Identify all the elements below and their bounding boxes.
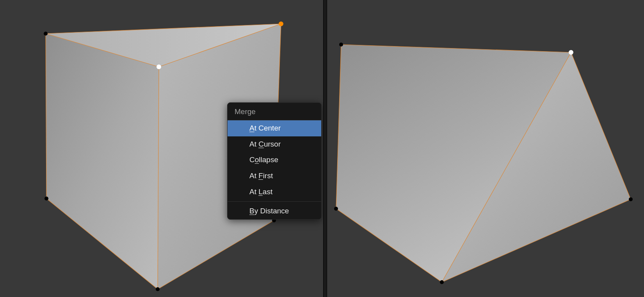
menu-separator — [228, 201, 321, 202]
viewport-left[interactable]: Merge At Center At Cursor Collapse At Fi… — [0, 0, 323, 297]
menu-text: t Center — [254, 124, 281, 132]
menu-mnemonic: C — [258, 140, 264, 148]
menu-title: Merge — [228, 103, 321, 120]
menu-text: y Distance — [254, 207, 289, 215]
vertex-active[interactable] — [157, 64, 161, 69]
menu-text: At — [249, 172, 258, 180]
menu-text: ast — [263, 188, 272, 196]
vertex[interactable] — [44, 32, 48, 36]
mesh-merged-after — [327, 0, 644, 297]
vertex[interactable] — [440, 280, 444, 284]
menu-item-at-cursor[interactable]: At Cursor — [228, 136, 321, 152]
viewport-divider[interactable] — [323, 0, 327, 297]
menu-item-at-last[interactable]: At Last — [228, 184, 321, 200]
vertex[interactable] — [339, 43, 343, 47]
merge-context-menu: Merge At Center At Cursor Collapse At Fi… — [227, 102, 322, 220]
menu-item-collapse[interactable]: Collapse — [228, 152, 321, 168]
menu-text: At — [249, 140, 258, 148]
vertex-active[interactable] — [569, 50, 573, 55]
menu-text: At — [249, 188, 258, 196]
vertex[interactable] — [334, 207, 338, 211]
viewport-right[interactable] — [327, 0, 644, 297]
menu-mnemonic: L — [258, 188, 263, 196]
vertex[interactable] — [629, 197, 633, 201]
menu-item-at-center[interactable]: At Center — [228, 120, 321, 136]
menu-text: ursor — [264, 140, 281, 148]
vertex-selected[interactable] — [279, 21, 283, 26]
menu-mnemonic: B — [249, 207, 254, 215]
menu-item-at-first[interactable]: At First — [228, 168, 321, 184]
menu-text: llapse — [259, 156, 278, 164]
face-left — [46, 34, 159, 289]
menu-text: irst — [263, 172, 273, 180]
menu-text: C — [249, 156, 255, 164]
menu-item-by-distance[interactable]: By Distance — [228, 203, 321, 219]
menu-mnemonic: o — [255, 156, 259, 164]
vertex[interactable] — [44, 197, 48, 200]
menu-mnemonic: F — [258, 172, 263, 180]
menu-mnemonic: A — [249, 124, 254, 132]
vertex[interactable] — [156, 287, 160, 291]
